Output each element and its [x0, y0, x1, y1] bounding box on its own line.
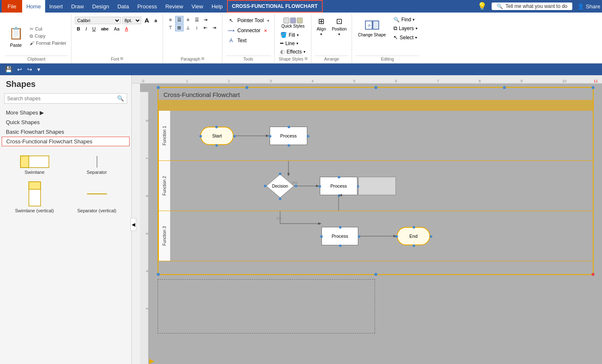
quick-styles-button[interactable]: Quick Styles: [278, 16, 308, 30]
p2-handle-t[interactable]: [338, 176, 340, 178]
menu-file[interactable]: File: [2, 0, 22, 13]
end-handle-r[interactable]: [430, 235, 432, 238]
undo-qa-button[interactable]: ↩: [15, 65, 24, 74]
font-name-select[interactable]: Calibri: [75, 17, 121, 24]
menu-process[interactable]: Process: [133, 0, 161, 13]
share-button[interactable]: 👤 Share: [577, 3, 600, 10]
p1-handle-r[interactable]: [307, 135, 309, 137]
pointer-tool-button[interactable]: ↖ Pointer Tool ▾: [226, 16, 271, 25]
fill-button[interactable]: 🪣 Fill ▾: [278, 31, 300, 39]
find-button[interactable]: 🔍 Find ▾: [392, 16, 416, 23]
valign-top-button[interactable]: ⊤: [166, 24, 175, 31]
paste-button[interactable]: 📋 Paste: [5, 23, 27, 49]
p3-handle-r[interactable]: [358, 235, 360, 238]
layers-button[interactable]: ⧉ Layers ▾: [392, 24, 419, 33]
sidebar-collapse-button[interactable]: ◀: [130, 218, 136, 231]
align-left-button[interactable]: ≡: [166, 16, 175, 23]
bold-button[interactable]: B: [75, 25, 82, 32]
connector-tool-button[interactable]: ⟶ Connector ✕: [226, 26, 269, 35]
scroll-arrow-left[interactable]: ▶: [149, 357, 154, 364]
dec-handle-t[interactable]: [279, 173, 281, 175]
text-tool-button[interactable]: A Text: [226, 36, 248, 45]
font-color-button[interactable]: A: [123, 25, 130, 32]
decision-label[interactable]: Decision: [272, 184, 288, 188]
menu-design[interactable]: Design: [88, 0, 113, 13]
cut-button[interactable]: ✂ Cut: [28, 26, 68, 32]
effects-dropdown-icon[interactable]: ▾: [304, 50, 306, 54]
font-shrink-button[interactable]: a: [153, 17, 159, 24]
separator-v-shape[interactable]: Separator (vertical): [67, 180, 126, 215]
fill-dropdown-icon[interactable]: ▾: [297, 33, 299, 37]
handle-top[interactable]: [374, 86, 377, 89]
pointer-dropdown-icon[interactable]: ▾: [267, 18, 269, 23]
align-dropdown-icon[interactable]: ▾: [320, 32, 322, 36]
handle-tr[interactable]: [592, 86, 594, 89]
cff-shapes-item[interactable]: Cross-Functional Flowchart Shapes: [2, 137, 130, 146]
p1-handle-b[interactable]: [288, 144, 290, 147]
search-input[interactable]: [5, 94, 115, 103]
find-dropdown-icon[interactable]: ▾: [413, 18, 415, 22]
process1-shape[interactable]: Process: [270, 127, 307, 145]
swimlane-shape[interactable]: Swimlane: [5, 154, 64, 176]
shape-styles-expand-icon[interactable]: ⧉: [305, 56, 307, 61]
context-tab-flowchart[interactable]: CROSS-FUNCTIONAL FLOWCHART: [227, 0, 323, 13]
handle-tl[interactable]: [157, 86, 160, 89]
layers-dropdown-icon[interactable]: ▾: [416, 26, 418, 31]
underline-button[interactable]: U: [90, 25, 98, 32]
basic-flowchart-shapes-item[interactable]: Basic Flowchart Shapes: [0, 127, 131, 137]
strikethrough-button[interactable]: abc: [99, 25, 111, 32]
dec-handle-b[interactable]: [279, 198, 281, 200]
separator-shape[interactable]: Separator: [67, 154, 126, 176]
end-handle-b[interactable]: [413, 244, 415, 247]
dec-handle-r[interactable]: [295, 185, 297, 187]
p3-handle-t[interactable]: [339, 226, 342, 229]
menu-draw[interactable]: Draw: [67, 0, 88, 13]
tell-me-box[interactable]: 🔍 Tell me what you want to do: [492, 3, 572, 10]
case-button[interactable]: Aa: [112, 25, 121, 32]
handle-bl[interactable]: [157, 273, 160, 276]
align-center-button[interactable]: ☰: [175, 16, 184, 23]
canvas-viewport[interactable]: 8 7 6 5 4 3 ▶: [140, 84, 602, 364]
align-button[interactable]: ⊞ Align ▾: [315, 16, 327, 37]
menu-review[interactable]: Review: [161, 0, 187, 13]
start-handle-t[interactable]: [215, 126, 218, 128]
handle-top-l[interactable]: [245, 86, 248, 89]
effects-button[interactable]: ◐ Effects ▾: [278, 48, 307, 56]
copy-button[interactable]: ⧉ Copy: [28, 33, 68, 39]
swimlane-v-shape[interactable]: Swimlane (vertical): [5, 180, 64, 215]
end-handle-t[interactable]: [413, 226, 415, 229]
font-expand-icon[interactable]: ⧉: [120, 56, 123, 61]
line-button[interactable]: ━ Line ▾: [278, 39, 300, 47]
paragraph-expand-icon[interactable]: ⧉: [202, 56, 204, 61]
start-handle-b[interactable]: [215, 144, 218, 147]
list-button[interactable]: ☰: [193, 16, 201, 23]
text-dir-button[interactable]: ↕: [193, 24, 201, 31]
p3-handle-l[interactable]: [320, 235, 323, 238]
handle-bottom[interactable]: [374, 273, 377, 276]
start-handle-l[interactable]: [199, 135, 202, 137]
p3-handle-b[interactable]: [339, 244, 342, 247]
position-button[interactable]: ⊡ Position ▾: [330, 16, 349, 37]
qa-dropdown-button[interactable]: ▾: [36, 65, 42, 74]
start-shape[interactable]: Start: [200, 127, 234, 145]
select-button[interactable]: ↖ Select ▾: [392, 33, 419, 41]
end-handle-l[interactable]: [395, 235, 398, 238]
start-handle-r[interactable]: [233, 135, 236, 137]
menu-data[interactable]: Data: [113, 0, 133, 13]
menu-insert[interactable]: Insert: [45, 0, 67, 13]
p1-handle-t[interactable]: [288, 126, 290, 128]
save-qa-button[interactable]: 💾: [3, 65, 14, 74]
increase-indent-button[interactable]: ⇥: [202, 16, 210, 23]
more-shapes-item[interactable]: More Shapes ▶: [0, 108, 131, 117]
dec-handle-l[interactable]: [264, 185, 266, 187]
italic-button[interactable]: I: [84, 25, 89, 32]
p1-handle-l[interactable]: [269, 135, 271, 137]
valign-bottom-button[interactable]: ⊥: [184, 24, 192, 31]
change-shape-button[interactable]: ⟳ Change Shape: [355, 16, 388, 39]
position-dropdown-icon[interactable]: ▾: [338, 32, 340, 36]
quick-shapes-item[interactable]: Quick Shapes: [0, 117, 131, 127]
align-right-button[interactable]: ≡: [184, 16, 192, 23]
redo-qa-button[interactable]: ↪: [26, 65, 34, 74]
p2-handle-l[interactable]: [319, 185, 321, 188]
font-size-select[interactable]: 8pt.: [122, 17, 141, 24]
